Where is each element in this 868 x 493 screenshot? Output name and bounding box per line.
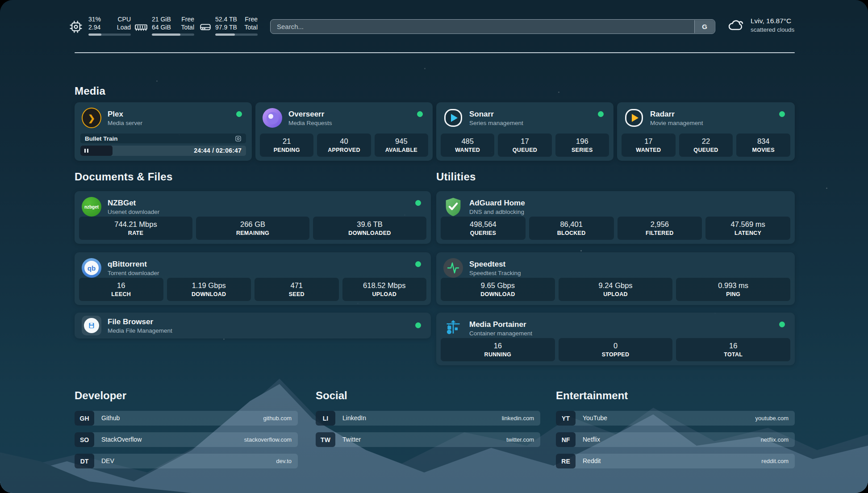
status-dot [236, 111, 242, 117]
card-portainer[interactable]: Media Portainer Container management 16R… [436, 313, 795, 365]
stat-label: BLOCKED [557, 230, 586, 236]
cpu-usage: 31% [88, 16, 101, 23]
bookmark-url: youtube.com [755, 415, 789, 422]
stat-value: 834 [757, 137, 770, 146]
stat-label: WANTED [455, 147, 480, 153]
card-subtitle: Container management [469, 330, 532, 337]
cpu-load-value: 2.94 [88, 24, 100, 31]
portainer-icon [443, 318, 463, 338]
stat-label: DOWNLOADED [348, 230, 391, 236]
stat-value: 266 GB [240, 220, 265, 229]
cloud-icon [726, 18, 744, 32]
bookmark-dev[interactable]: DT DEV dev.to [75, 454, 298, 468]
cpu-progress-bar [88, 33, 131, 36]
stat-label: AVAILABLE [385, 147, 417, 153]
stat-box: 1.19 GbpsDOWNLOAD [167, 278, 251, 301]
card-title: Sonarr [469, 109, 523, 119]
stat-box: 21PENDING [260, 134, 313, 157]
bookmark-netflix[interactable]: NF Netflix netflix.com [556, 432, 795, 447]
ram-free-label: Free [181, 16, 194, 23]
ram-icon [134, 21, 148, 35]
stat-value: 498,564 [470, 220, 497, 229]
bookmark-abbr: NF [556, 432, 576, 447]
card-nzbget[interactable]: nzbget NZBGet Usenet downloader 744.21 M… [75, 191, 431, 244]
stat-box: 17WANTED [622, 134, 676, 157]
weather-location-temp: Lviv, 16.87°C [751, 17, 794, 25]
stat-label: DOWNLOAD [480, 291, 515, 297]
status-dot [415, 322, 421, 328]
stat-value: 1.19 Gbps [192, 281, 226, 290]
stat-value: 471 [290, 281, 303, 290]
stat-value: 39.6 TB [357, 220, 382, 229]
bookmark-stackoverflow[interactable]: SO StackOverflow stackoverflow.com [75, 432, 298, 447]
bookmark-abbr: RE [556, 454, 576, 468]
bookmark-name: StackOverflow [101, 436, 142, 443]
stat-label: WANTED [636, 147, 661, 153]
nzbget-icon: nzbget [82, 197, 101, 217]
stat-label: TOTAL [724, 351, 743, 358]
weather-widget[interactable]: Lviv, 16.87°C scattered clouds [726, 17, 794, 33]
bookmark-name: DEV [101, 457, 114, 464]
bookmark-url: twitter.com [506, 436, 534, 443]
card-qbittorrent[interactable]: qb qBittorrent Torrent downloader 16LEEC… [75, 252, 431, 305]
stat-label: RATE [128, 230, 143, 236]
bookmark-linkedin[interactable]: LI LinkedIn linkedin.com [316, 411, 540, 426]
stat-box: 47.569 msLATENCY [705, 217, 790, 240]
card-sonarr[interactable]: Sonarr Series management 485WANTED 17QUE… [436, 102, 613, 161]
disk-stats: 52.4 TB97.9 TB FreeTotal [215, 15, 258, 31]
stat-box: 16TOTAL [676, 338, 790, 361]
section-title-documents: Documents & Files [75, 171, 172, 183]
bookmark-youtube[interactable]: YT YouTube youtube.com [556, 411, 795, 426]
stat-label: QUEUED [513, 147, 537, 153]
bookmark-reddit[interactable]: RE Reddit reddit.com [556, 454, 795, 468]
stat-box: 0STOPPED [559, 338, 673, 361]
stat-box: 498,564QUERIES [441, 217, 526, 240]
card-subtitle: DNS and adblocking [469, 208, 525, 216]
stat-value: 0.993 ms [718, 281, 748, 290]
stat-box: 945AVAILABLE [375, 134, 428, 157]
status-dot [779, 322, 785, 327]
bookmark-twitter[interactable]: TW Twitter twitter.com [316, 432, 540, 447]
weather-condition: scattered clouds [751, 26, 794, 33]
status-dot [598, 111, 604, 117]
card-subtitle: Speedtest Tracking [469, 269, 521, 277]
stat-label: MOVIES [752, 147, 774, 153]
top-bar: 31%2.94 CPULoad 21 GiB64 GiB FreeTotal 5… [69, 13, 797, 42]
search-engine-button[interactable]: G [694, 20, 714, 33]
card-filebrowser[interactable]: File Browser Media File Management [75, 313, 431, 338]
stat-value: 86,401 [560, 220, 582, 229]
playback-progress-bar[interactable]: 24:44 / 02:06:47 [80, 146, 246, 156]
card-adguard[interactable]: AdGuard Home DNS and adblocking 498,564Q… [436, 191, 795, 244]
stat-value: 17 [644, 137, 652, 146]
card-title: qBittorrent [108, 259, 159, 269]
stat-value: 618.52 Mbps [363, 281, 405, 290]
card-plex[interactable]: ❯ Plex Media server Bullet Train 24:44 /… [75, 102, 252, 161]
adguard-icon [443, 197, 463, 217]
pause-icon[interactable] [84, 149, 88, 153]
stat-value: 9.24 Gbps [598, 281, 632, 290]
section-title-media: Media [75, 85, 105, 97]
section-developer: Developer GH Github github.com SO StackO… [75, 389, 298, 402]
card-overseerr[interactable]: Overseerr Media Requests 21PENDING 40APP… [255, 102, 433, 161]
bookmark-name: Twitter [342, 436, 361, 443]
bookmark-github[interactable]: GH Github github.com [75, 411, 298, 426]
sonarr-icon [443, 108, 463, 128]
stat-box: 39.6 TBDOWNLOADED [313, 217, 426, 240]
stat-box: 9.65 GbpsDOWNLOAD [441, 278, 555, 301]
section-social: Social LI LinkedIn linkedin.com TW Twitt… [316, 389, 540, 402]
card-subtitle: Torrent downloader [108, 269, 159, 277]
search-input[interactable] [271, 20, 698, 33]
stat-box: 618.52 MbpsUPLOAD [342, 278, 427, 301]
stat-value: 16 [117, 281, 125, 290]
section-title-developer: Developer [75, 389, 298, 402]
card-radarr[interactable]: Radarr Movie management 17WANTED 22QUEUE… [617, 102, 795, 161]
stat-value: 17 [521, 137, 529, 146]
stat-box: 40APPROVED [317, 134, 371, 157]
disk-free-label: Free [245, 16, 258, 23]
bookmark-abbr: YT [556, 411, 576, 426]
stat-box: 266 GBREMAINING [196, 217, 309, 240]
qbittorrent-icon: qb [82, 258, 101, 278]
card-speedtest[interactable]: Speedtest Speedtest Tracking 9.65 GbpsDO… [436, 252, 795, 305]
stat-label: QUEUED [693, 147, 718, 153]
dashboard-window: 31%2.94 CPULoad 21 GiB64 GiB FreeTotal 5… [0, 0, 868, 493]
